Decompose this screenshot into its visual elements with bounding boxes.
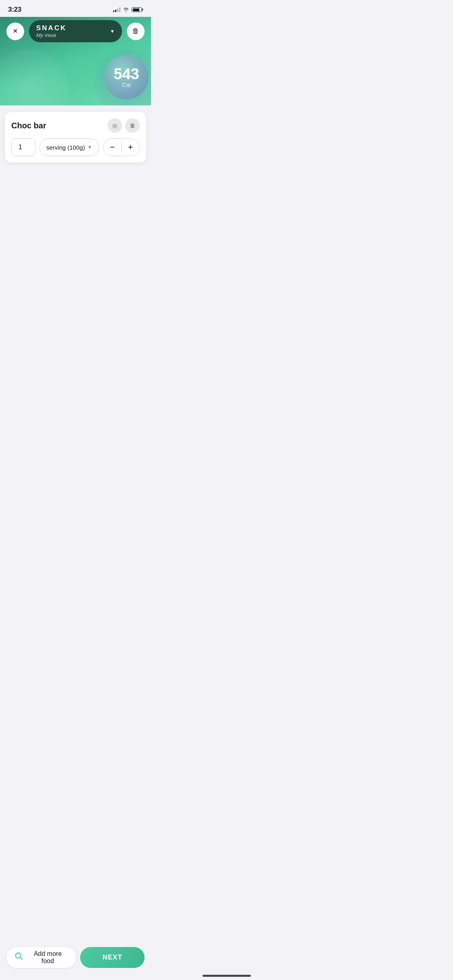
food-delete-button[interactable]: 🗑: [125, 118, 140, 133]
dropdown-arrow-icon: ▼: [110, 29, 115, 34]
signal-icon: [113, 7, 120, 12]
food-actions: ◎ 🗑: [108, 118, 140, 133]
food-controls: serving (100g) ▼ − +: [11, 138, 140, 156]
battery-icon: [132, 7, 143, 12]
content-area: [0, 169, 151, 310]
plus-icon: +: [128, 142, 133, 152]
meal-name: My meal: [36, 32, 56, 38]
serving-select[interactable]: serving (100g) ▼: [39, 138, 99, 156]
food-card: Choc bar ◎ 🗑 serving (100g) ▼ − +: [5, 112, 146, 163]
serving-dropdown-icon: ▼: [87, 144, 92, 150]
view-icon: ◎: [112, 122, 117, 129]
header-area: × SNACK My meal ▼ 🗑 543 Cal: [0, 17, 151, 105]
wifi-icon: [123, 7, 129, 12]
quantity-input[interactable]: [11, 138, 35, 156]
trash-icon: 🗑: [130, 122, 135, 129]
close-button[interactable]: ×: [6, 23, 24, 40]
decrement-button[interactable]: −: [103, 139, 121, 156]
calorie-bubble: 543 Cal: [104, 55, 149, 99]
minus-icon: −: [110, 142, 115, 152]
status-icons: [113, 7, 143, 12]
calorie-unit: Cal: [122, 82, 130, 88]
increment-button[interactable]: +: [122, 139, 139, 156]
quantity-stepper: − +: [103, 138, 140, 156]
food-card-header: Choc bar ◎ 🗑: [11, 118, 140, 133]
food-view-button[interactable]: ◎: [108, 118, 122, 133]
serving-text: serving (100g): [46, 144, 85, 151]
meal-selector[interactable]: SNACK My meal ▼: [29, 20, 122, 42]
status-time: 3:23: [8, 6, 21, 14]
meal-selector-text: SNACK My meal: [36, 24, 66, 38]
nav-row: × SNACK My meal ▼ 🗑: [6, 17, 145, 47]
header-trash-icon: 🗑: [132, 27, 139, 35]
calorie-count: 543: [114, 66, 139, 82]
header-delete-button[interactable]: 🗑: [127, 23, 145, 40]
status-bar: 3:23: [0, 0, 151, 17]
food-name: Choc bar: [11, 121, 46, 130]
meal-type: SNACK: [36, 24, 66, 32]
calorie-area: 543 Cal: [6, 55, 145, 99]
